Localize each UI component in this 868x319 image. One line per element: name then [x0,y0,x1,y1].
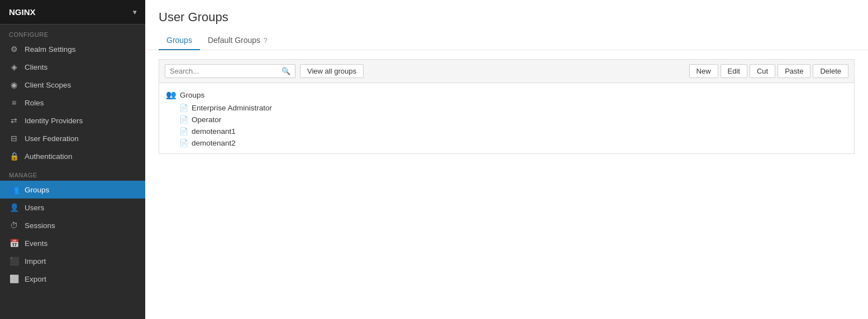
search-button[interactable]: 🔍 [277,65,295,78]
sidebar-item-label: Authentication [25,152,73,161]
sidebar-item-groups[interactable]: 👥 Groups [0,181,145,199]
user-federation-icon: ⊟ [9,134,19,143]
clients-icon: ◈ [9,62,19,71]
tree-item-operator[interactable]: 📄 Operator [159,114,854,125]
sidebar-item-clients[interactable]: ◈ Clients [0,58,145,76]
search-wrap: 🔍 [165,64,295,78]
sidebar-item-label: Import [25,257,46,265]
configure-section-label: Configure [0,25,145,40]
sidebar-item-client-scopes[interactable]: ◉ Client Scopes [0,76,145,94]
sidebar: NGINX ▾ Configure ⚙ Realm Settings ◈ Cli… [0,0,145,319]
page-header: User Groups Groups Default Groups ? [145,0,868,50]
sidebar-header[interactable]: NGINX ▾ [0,0,145,25]
sidebar-item-label: Sessions [25,221,55,230]
sidebar-item-import[interactable]: ⬛ Import [0,252,145,270]
tree-item-demotenant2[interactable]: 📄 demotenant2 [159,137,854,149]
app-name: NGINX [9,7,36,17]
sidebar-item-export[interactable]: ⬜ Export [0,270,145,288]
sidebar-item-label: Groups [25,186,49,194]
tab-default-groups[interactable]: Default Groups ? [200,31,275,50]
groups-tree: 👥 Groups 📄 Enterprise Administrator 📄 Op… [159,83,855,154]
view-all-groups-button[interactable]: View all groups [300,64,364,78]
chevron-down-icon: ▾ [133,8,136,16]
search-input[interactable] [165,65,277,78]
tree-item-label: Operator [192,115,221,124]
sidebar-item-label: Roles [25,99,44,107]
sidebar-item-roles[interactable]: ≡ Roles [0,94,145,112]
new-button[interactable]: New [689,64,718,78]
file-icon: 📄 [179,104,188,112]
tree-item-label: Enterprise Administrator [192,104,272,112]
tab-help-icon: ? [264,37,268,45]
sidebar-item-label: Client Scopes [25,81,71,89]
page-title: User Groups [159,10,855,25]
user-icon: 👤 [9,203,19,212]
sidebar-item-label: Identity Providers [25,117,83,125]
identity-providers-icon: ⇄ [9,116,19,125]
file-icon: 📄 [179,127,188,136]
tree-root-groups[interactable]: 👥 Groups [159,88,854,102]
sidebar-item-sessions[interactable]: ⏱ Sessions [0,216,145,234]
tree-root-label: Groups [180,91,204,99]
tree-item-demotenant1[interactable]: 📄 demotenant1 [159,125,854,137]
sidebar-item-label: Events [25,239,47,248]
cut-button[interactable]: Cut [750,64,775,78]
tree-item-label: demotenant1 [192,127,236,136]
gear-icon: ⚙ [9,45,19,54]
sidebar-item-label: Users [25,204,44,212]
sidebar-item-identity-providers[interactable]: ⇄ Identity Providers [0,112,145,129]
sidebar-item-label: User Federation [25,134,79,143]
sidebar-item-label: Export [25,275,46,283]
groups-icon: 👥 [9,185,19,194]
file-icon: 📄 [179,139,188,147]
file-icon: 📄 [179,115,188,124]
sidebar-item-label: Clients [25,63,47,71]
events-icon: 📅 [9,239,19,248]
delete-button[interactable]: Delete [813,64,848,78]
toolbar: 🔍 View all groups New Edit Cut Paste Del… [159,59,855,83]
manage-section-label: Manage [0,165,145,181]
sidebar-item-events[interactable]: 📅 Events [0,234,145,252]
tab-bar: Groups Default Groups ? [159,31,855,50]
sidebar-item-realm-settings[interactable]: ⚙ Realm Settings [0,40,145,58]
main-content: User Groups Groups Default Groups ? 🔍 Vi… [145,0,868,319]
sidebar-item-user-federation[interactable]: ⊟ User Federation [0,129,145,147]
sidebar-item-label: Realm Settings [25,45,76,54]
tree-groups-icon: 👥 [166,90,177,100]
roles-icon: ≡ [9,98,19,107]
edit-button[interactable]: Edit [721,64,747,78]
sessions-icon: ⏱ [9,221,19,230]
client-scopes-icon: ◉ [9,80,19,89]
tree-item-label: demotenant2 [192,139,236,147]
sidebar-item-authentication[interactable]: 🔒 Authentication [0,147,145,165]
paste-button[interactable]: Paste [778,64,810,78]
action-buttons: New Edit Cut Paste Delete [689,64,848,78]
import-icon: ⬛ [9,257,19,265]
export-icon: ⬜ [9,274,19,283]
lock-icon: 🔒 [9,152,19,161]
tab-groups[interactable]: Groups [159,31,200,50]
sidebar-item-users[interactable]: 👤 Users [0,199,145,216]
content-area: 🔍 View all groups New Edit Cut Paste Del… [145,50,868,319]
tree-item-enterprise-admin[interactable]: 📄 Enterprise Administrator [159,102,854,114]
